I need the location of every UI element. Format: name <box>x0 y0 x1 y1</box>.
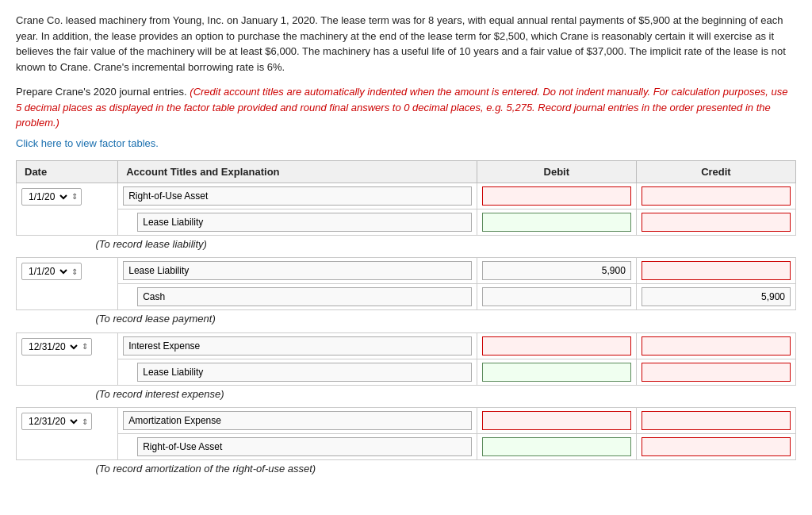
debit-cell <box>477 359 636 385</box>
account-title-input[interactable] <box>137 437 472 456</box>
credit-cell <box>636 183 795 209</box>
date-select[interactable]: 12/31/20 <box>25 415 80 428</box>
debit-cell <box>477 183 636 209</box>
date-cell: 1/1/20⇕ <box>17 183 118 235</box>
credit-cell <box>636 209 795 235</box>
header-date: Date <box>17 160 118 183</box>
debit-cell <box>477 209 636 235</box>
account-cell <box>118 258 477 284</box>
debit-cell <box>477 332 636 359</box>
credit-cell <box>636 284 795 310</box>
date-selector[interactable]: 1/1/20⇕ <box>21 188 82 206</box>
table-row <box>17 284 796 310</box>
date-cell: 1/1/20⇕ <box>17 258 118 310</box>
table-row <box>17 209 796 235</box>
table-row: 12/31/20⇕ <box>17 408 796 434</box>
account-title-input[interactable] <box>123 261 472 280</box>
account-title-input[interactable] <box>123 336 472 356</box>
credit-input[interactable] <box>642 186 791 206</box>
debit-input[interactable] <box>482 411 631 430</box>
date-selector[interactable]: 12/31/20⇕ <box>21 338 92 356</box>
date-cell: 12/31/20⇕ <box>17 332 118 385</box>
credit-cell <box>636 408 795 434</box>
date-select[interactable]: 1/1/20 <box>25 265 70 278</box>
account-title-input[interactable] <box>123 411 472 430</box>
note-text: (To record amortization of the right-of-… <box>17 460 796 480</box>
journal-entries-table: Date Account Titles and Explanation Debi… <box>16 160 796 480</box>
table-row: 12/31/20⇕ <box>17 332 796 359</box>
credit-input[interactable] <box>642 336 791 356</box>
instructions: Prepare Crane's 2020 journal entries. (C… <box>16 84 796 131</box>
table-row: 1/1/20⇕ <box>17 183 796 209</box>
date-cell: 12/31/20⇕ <box>17 408 118 460</box>
credit-input[interactable] <box>642 261 791 280</box>
note-text: (To record lease liability) <box>17 235 796 255</box>
debit-input[interactable] <box>482 363 631 382</box>
credit-cell <box>636 359 795 385</box>
date-selector[interactable]: 1/1/20⇕ <box>21 263 82 280</box>
credit-input[interactable] <box>642 363 791 382</box>
date-select[interactable]: 12/31/20 <box>25 340 80 353</box>
debit-cell <box>477 284 636 310</box>
table-row <box>17 359 796 385</box>
factor-tables-link[interactable]: Click here to view factor tables. <box>16 137 796 149</box>
note-row: (To record amortization of the right-of-… <box>17 460 796 480</box>
credit-input[interactable] <box>642 213 791 232</box>
note-row: (To record lease liability) <box>17 235 796 255</box>
note-row: (To record lease payment) <box>17 310 796 330</box>
note-text: (To record interest expense) <box>17 385 796 405</box>
main-paragraph: Crane Co. leased machinery from Young, I… <box>16 13 796 75</box>
date-selector[interactable]: 12/31/20⇕ <box>21 413 92 430</box>
header-debit: Debit <box>477 160 636 183</box>
account-cell <box>118 284 477 310</box>
header-account: Account Titles and Explanation <box>118 160 477 183</box>
credit-cell <box>636 332 795 359</box>
debit-cell <box>477 408 636 434</box>
debit-input[interactable] <box>482 186 631 206</box>
account-cell <box>118 209 477 235</box>
table-row <box>17 434 796 460</box>
instructions-normal: Prepare Crane's 2020 journal entries. <box>16 86 187 98</box>
credit-cell <box>636 258 795 284</box>
account-title-input[interactable] <box>137 287 472 306</box>
account-cell <box>118 183 477 209</box>
table-row: 1/1/20⇕ <box>17 258 796 284</box>
account-cell <box>118 408 477 434</box>
account-cell <box>118 434 477 460</box>
debit-input[interactable] <box>482 287 631 306</box>
debit-cell <box>477 258 636 284</box>
debit-input[interactable] <box>482 213 631 232</box>
debit-cell <box>477 434 636 460</box>
credit-input[interactable] <box>642 411 791 430</box>
note-row: (To record interest expense) <box>17 385 796 405</box>
credit-cell <box>636 434 795 460</box>
account-title-input[interactable] <box>123 186 472 206</box>
debit-input[interactable] <box>482 261 631 280</box>
account-title-input[interactable] <box>137 363 472 382</box>
credit-input[interactable] <box>642 287 791 306</box>
note-text: (To record lease payment) <box>17 310 796 330</box>
account-title-input[interactable] <box>137 213 472 232</box>
debit-input[interactable] <box>482 437 631 456</box>
debit-input[interactable] <box>482 336 631 356</box>
header-credit: Credit <box>636 160 795 183</box>
account-cell <box>118 332 477 359</box>
account-cell <box>118 359 477 385</box>
date-select[interactable]: 1/1/20 <box>25 190 70 203</box>
credit-input[interactable] <box>642 437 791 456</box>
